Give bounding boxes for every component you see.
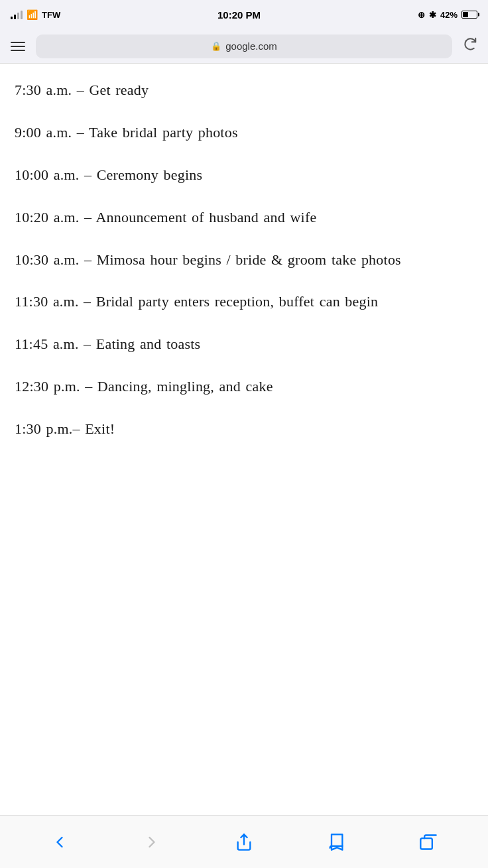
- wifi-icon: 📶: [27, 9, 38, 20]
- menu-button[interactable]: [11, 42, 25, 51]
- schedule-item-1: 7:30 a.m. – Get ready: [15, 80, 473, 101]
- bookmarks-button[interactable]: [320, 826, 352, 858]
- bluetooth-icon: ✱: [429, 10, 436, 20]
- status-left: 📶 TFW: [11, 9, 60, 20]
- page-content: 7:30 a.m. – Get ready9:00 a.m. – Take br…: [0, 64, 488, 815]
- back-button[interactable]: [44, 826, 76, 858]
- schedule-item-7: 11:45 a.m. – Eating and toasts: [15, 334, 473, 355]
- url-text: google.com: [225, 40, 277, 52]
- svg-rect-1: [421, 838, 433, 849]
- schedule-item-text: 7:30 a.m. – Get ready: [15, 80, 473, 101]
- schedule-item-text: 1:30 p.m.– Exit!: [15, 418, 473, 440]
- time-label: 10:20 PM: [217, 9, 261, 21]
- schedule-item-text: 10:20 a.m. – Announcement of husband and…: [15, 207, 473, 228]
- forward-button[interactable]: [136, 826, 168, 858]
- status-bar: 📶 TFW 10:20 PM ⊕ ✱ 42%: [0, 0, 488, 29]
- signal-icon: [11, 10, 23, 19]
- schedule-item-6: 11:30 a.m. – Bridal party enters recepti…: [15, 291, 473, 312]
- schedule-item-text: 10:00 a.m. – Ceremony begins: [15, 164, 473, 186]
- schedule-item-text: 11:45 a.m. – Eating and toasts: [15, 334, 473, 355]
- status-right: ⊕ ✱ 42%: [418, 10, 477, 20]
- location-icon: ⊕: [418, 10, 425, 20]
- schedule-item-9: 1:30 p.m.– Exit!: [15, 418, 473, 440]
- schedule-item-text: 9:00 a.m. – Take bridal party photos: [15, 122, 473, 143]
- battery-percent: 42%: [440, 10, 457, 20]
- schedule-item-2: 9:00 a.m. – Take bridal party photos: [15, 122, 473, 143]
- tabs-button[interactable]: [412, 826, 444, 858]
- schedule-item-4: 10:20 a.m. – Announcement of husband and…: [15, 207, 473, 228]
- schedule-item-text: 11:30 a.m. – Bridal party enters recepti…: [15, 291, 473, 312]
- schedule-item-5: 10:30 a.m. – Mimosa hour begins / bride …: [15, 249, 473, 271]
- schedule-item-3: 10:00 a.m. – Ceremony begins: [15, 164, 473, 186]
- schedule-item-8: 12:30 p.m. – Dancing, mingling, and cake: [15, 376, 473, 397]
- refresh-button[interactable]: [463, 37, 477, 55]
- carrier-label: TFW: [42, 10, 60, 20]
- address-bar: 🔒 google.com: [0, 29, 488, 64]
- lock-icon: 🔒: [211, 41, 221, 51]
- bottom-nav: [0, 815, 488, 868]
- schedule-item-text: 10:30 a.m. – Mimosa hour begins / bride …: [15, 249, 473, 271]
- schedule-item-text: 12:30 p.m. – Dancing, mingling, and cake: [15, 376, 473, 397]
- url-bar[interactable]: 🔒 google.com: [36, 34, 452, 58]
- battery-icon: [461, 11, 477, 19]
- share-button[interactable]: [228, 826, 260, 858]
